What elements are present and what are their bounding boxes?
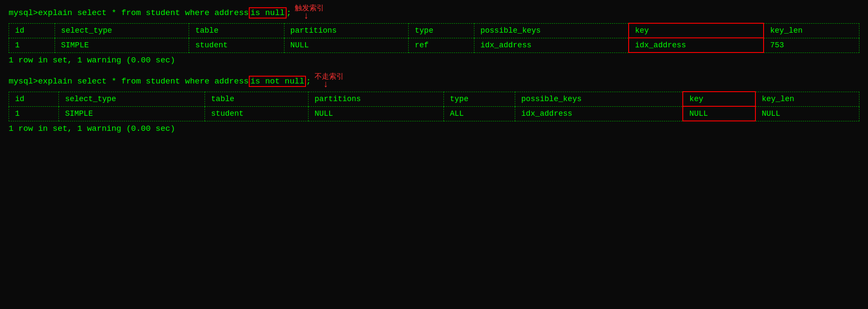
annotation-2: 不走索引 ↓ <box>315 73 344 90</box>
th-key-len-2: key_len <box>755 92 859 106</box>
table-header-row-2: id select_type table partitions type pos… <box>9 92 859 106</box>
annotation-1: 触发索引 ↓ <box>295 4 324 21</box>
command-line-2: mysql> explain select * from student whe… <box>9 73 859 90</box>
td-key-1: idx_address <box>629 38 764 53</box>
th-key-1: key <box>629 23 764 38</box>
th-possible-keys-2: possible_keys <box>515 92 683 106</box>
command-prefix-2: explain select * from student where addr… <box>38 77 248 86</box>
annotation-arrow-1: ↓ <box>303 12 309 21</box>
annotation-wrapper-1: 触发索引 ↓ <box>291 4 324 21</box>
th-select-type-2: select_type <box>59 92 205 106</box>
result-table-2: id select_type table partitions type pos… <box>9 91 859 121</box>
annotation-arrow-2: ↓ <box>323 80 329 90</box>
th-table-2: table <box>205 92 309 106</box>
prompt-1: mysql> <box>9 8 38 18</box>
command-suffix-2: ; <box>306 77 311 86</box>
td-key-2: NULL <box>683 106 755 121</box>
result-summary-2: 1 row in set, 1 warning (0.00 sec) <box>9 124 859 133</box>
th-select-type-1: select_type <box>55 23 189 38</box>
td-table-2: student <box>205 106 309 121</box>
th-type-1: type <box>409 23 474 38</box>
td-select-type-1: SIMPLE <box>55 38 189 53</box>
command-highlight-1: is null <box>249 7 287 19</box>
annotation-label-1: 触发索引 <box>295 4 324 12</box>
td-type-2: ALL <box>444 106 515 121</box>
th-id-1: id <box>9 23 55 38</box>
command-highlight-2: is not null <box>249 76 306 87</box>
query-block-2: mysql> explain select * from student whe… <box>9 73 859 133</box>
th-key-2: key <box>683 92 755 106</box>
td-key-len-2: NULL <box>755 106 859 121</box>
td-partitions-1: NULL <box>284 38 409 53</box>
td-select-type-2: SIMPLE <box>59 106 205 121</box>
result-table-1: id select_type table partitions type pos… <box>9 23 859 53</box>
th-type-2: type <box>444 92 515 106</box>
td-key-len-1: 753 <box>764 38 859 53</box>
td-partitions-2: NULL <box>308 106 443 121</box>
annotation-label-2: 不走索引 <box>315 73 344 80</box>
annotation-wrapper-2: 不走索引 ↓ <box>311 73 344 90</box>
th-partitions-2: partitions <box>308 92 443 106</box>
command-line-1: mysql> explain select * from student whe… <box>9 4 859 21</box>
table-row-2: 1 SIMPLE student NULL ALL idx_address NU… <box>9 106 859 121</box>
td-id-2: 1 <box>9 106 59 121</box>
td-type-1: ref <box>409 38 474 53</box>
th-table-1: table <box>189 23 284 38</box>
table-row-1: 1 SIMPLE student NULL ref idx_address id… <box>9 38 859 53</box>
query-block-1: mysql> explain select * from student whe… <box>9 4 859 65</box>
td-table-1: student <box>189 38 284 53</box>
command-suffix-1: ; <box>287 8 291 18</box>
td-possible-keys-2: idx_address <box>515 106 683 121</box>
td-possible-keys-1: idx_address <box>474 38 628 53</box>
table-header-row-1: id select_type table partitions type pos… <box>9 23 859 38</box>
command-prefix-1: explain select * from student where addr… <box>38 8 248 18</box>
result-summary-1: 1 row in set, 1 warning (0.00 sec) <box>9 56 859 65</box>
th-id-2: id <box>9 92 59 106</box>
td-id-1: 1 <box>9 38 55 53</box>
prompt-2: mysql> <box>9 77 38 86</box>
th-possible-keys-1: possible_keys <box>474 23 628 38</box>
th-partitions-1: partitions <box>284 23 409 38</box>
th-key-len-1: key_len <box>764 23 859 38</box>
